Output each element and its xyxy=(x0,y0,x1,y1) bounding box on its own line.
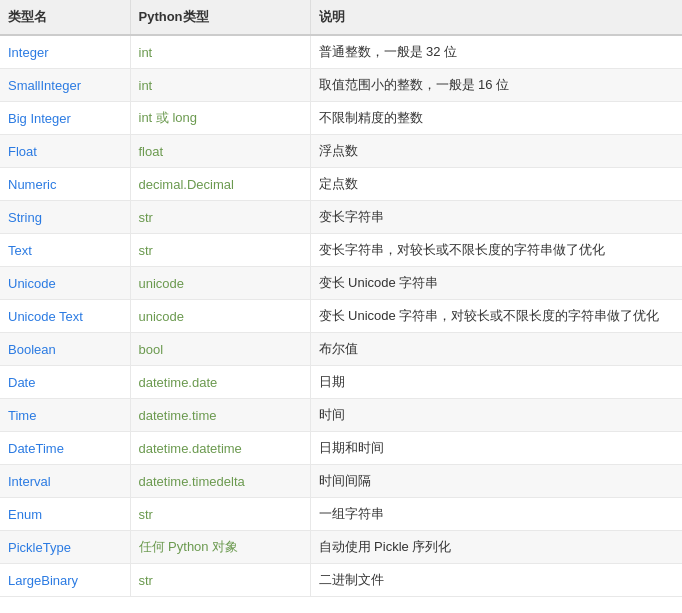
cell-python-type: int 或 long xyxy=(130,102,310,135)
col-header-type: 类型名 xyxy=(0,0,130,35)
cell-type-name: Text xyxy=(0,234,130,267)
table-row: DateTimedatetime.datetime日期和时间 xyxy=(0,432,682,465)
cell-python-type: str xyxy=(130,498,310,531)
cell-python-type: int xyxy=(130,69,310,102)
table-row: Datedatetime.date日期 xyxy=(0,366,682,399)
table-row: Enumstr一组字符串 xyxy=(0,498,682,531)
cell-python-type: float xyxy=(130,135,310,168)
cell-description: 定点数 xyxy=(310,168,682,201)
cell-type-name: Boolean xyxy=(0,333,130,366)
cell-type-name: Numeric xyxy=(0,168,130,201)
cell-description: 不限制精度的整数 xyxy=(310,102,682,135)
table-row: SmallIntegerint取值范围小的整数，一般是 16 位 xyxy=(0,69,682,102)
table-row: PickleType任何 Python 对象自动使用 Pickle 序列化 xyxy=(0,531,682,564)
table-row: Stringstr变长字符串 xyxy=(0,201,682,234)
cell-python-type: str xyxy=(130,201,310,234)
cell-python-type: unicode xyxy=(130,300,310,333)
cell-type-name: Interval xyxy=(0,465,130,498)
cell-python-type: decimal.Decimal xyxy=(130,168,310,201)
cell-type-name: Date xyxy=(0,366,130,399)
cell-type-name: Integer xyxy=(0,35,130,69)
table-row: Floatfloat浮点数 xyxy=(0,135,682,168)
cell-python-type: datetime.date xyxy=(130,366,310,399)
table-row: Textstr变长字符串，对较长或不限长度的字符串做了优化 xyxy=(0,234,682,267)
table-header-row: 类型名 Python类型 说明 xyxy=(0,0,682,35)
cell-description: 自动使用 Pickle 序列化 xyxy=(310,531,682,564)
col-header-desc: 说明 xyxy=(310,0,682,35)
cell-description: 布尔值 xyxy=(310,333,682,366)
cell-python-type: datetime.time xyxy=(130,399,310,432)
table-row: Numericdecimal.Decimal定点数 xyxy=(0,168,682,201)
cell-description: 时间 xyxy=(310,399,682,432)
cell-python-type: str xyxy=(130,234,310,267)
cell-description: 变长字符串，对较长或不限长度的字符串做了优化 xyxy=(310,234,682,267)
cell-description: 浮点数 xyxy=(310,135,682,168)
table-row: Intervaldatetime.timedelta时间间隔 xyxy=(0,465,682,498)
cell-type-name: Enum xyxy=(0,498,130,531)
cell-type-name: SmallInteger xyxy=(0,69,130,102)
cell-description: 普通整数，一般是 32 位 xyxy=(310,35,682,69)
cell-type-name: Time xyxy=(0,399,130,432)
cell-python-type: unicode xyxy=(130,267,310,300)
cell-type-name: PickleType xyxy=(0,531,130,564)
cell-description: 时间间隔 xyxy=(310,465,682,498)
cell-python-type: datetime.datetime xyxy=(130,432,310,465)
cell-python-type: str xyxy=(130,564,310,597)
cell-description: 取值范围小的整数，一般是 16 位 xyxy=(310,69,682,102)
table-row: LargeBinarystr二进制文件 xyxy=(0,564,682,597)
cell-python-type: 任何 Python 对象 xyxy=(130,531,310,564)
cell-type-name: Float xyxy=(0,135,130,168)
col-header-python: Python类型 xyxy=(130,0,310,35)
cell-type-name: String xyxy=(0,201,130,234)
cell-python-type: int xyxy=(130,35,310,69)
cell-type-name: Big Integer xyxy=(0,102,130,135)
cell-description: 日期 xyxy=(310,366,682,399)
table-row: Big Integerint 或 long不限制精度的整数 xyxy=(0,102,682,135)
table-row: Integerint普通整数，一般是 32 位 xyxy=(0,35,682,69)
cell-type-name: LargeBinary xyxy=(0,564,130,597)
cell-type-name: DateTime xyxy=(0,432,130,465)
cell-description: 日期和时间 xyxy=(310,432,682,465)
cell-description: 变长字符串 xyxy=(310,201,682,234)
cell-description: 一组字符串 xyxy=(310,498,682,531)
table-row: Booleanbool布尔值 xyxy=(0,333,682,366)
cell-description: 二进制文件 xyxy=(310,564,682,597)
table-row: Unicode Textunicode变长 Unicode 字符串，对较长或不限… xyxy=(0,300,682,333)
table-row: Timedatetime.time时间 xyxy=(0,399,682,432)
data-types-table: 类型名 Python类型 说明 Integerint普通整数，一般是 32 位S… xyxy=(0,0,682,597)
cell-python-type: bool xyxy=(130,333,310,366)
cell-description: 变长 Unicode 字符串 xyxy=(310,267,682,300)
cell-type-name: Unicode Text xyxy=(0,300,130,333)
cell-description: 变长 Unicode 字符串，对较长或不限长度的字符串做了优化 xyxy=(310,300,682,333)
cell-python-type: datetime.timedelta xyxy=(130,465,310,498)
table-row: Unicodeunicode变长 Unicode 字符串 xyxy=(0,267,682,300)
cell-type-name: Unicode xyxy=(0,267,130,300)
